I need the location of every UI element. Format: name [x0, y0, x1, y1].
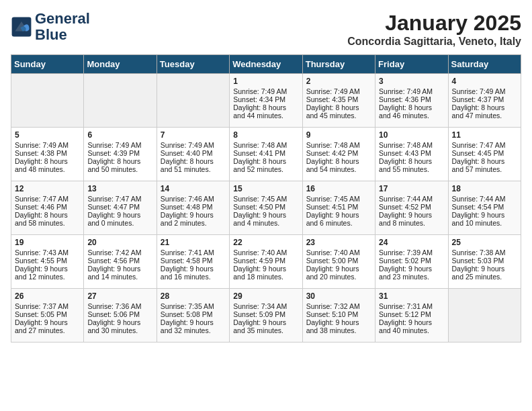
day-number: 7 — [161, 130, 226, 140]
calendar-cell: 25Sunrise: 7:38 AMSunset: 5:03 PMDayligh… — [448, 235, 521, 289]
sunrise-text: Sunrise: 7:40 AM — [233, 248, 298, 257]
sunset-text: Sunset: 4:45 PM — [452, 149, 517, 157]
sunrise-text: Sunrise: 7:47 AM — [15, 195, 80, 203]
daylight-text: Daylight: 9 hours and 40 minutes. — [379, 318, 444, 334]
sunset-text: Sunset: 4:51 PM — [306, 203, 371, 211]
sunset-text: Sunset: 4:48 PM — [161, 203, 226, 211]
sunrise-text: Sunrise: 7:49 AM — [379, 87, 444, 95]
logo-text: General Blue — [35, 11, 90, 43]
sunrise-text: Sunrise: 7:49 AM — [15, 141, 80, 149]
calendar-cell: 4Sunrise: 7:49 AMSunset: 4:37 PMDaylight… — [448, 74, 521, 128]
day-number: 15 — [233, 184, 298, 193]
calendar-cell: 21Sunrise: 7:41 AMSunset: 4:58 PMDayligh… — [157, 235, 229, 289]
day-number: 28 — [161, 291, 226, 301]
sunrise-text: Sunrise: 7:39 AM — [379, 248, 444, 257]
sunrise-text: Sunrise: 7:47 AM — [87, 195, 152, 203]
calendar-cell: 31Sunrise: 7:31 AMSunset: 5:12 PMDayligh… — [375, 289, 448, 342]
day-number: 4 — [452, 77, 517, 86]
daylight-text: Daylight: 9 hours and 16 minutes. — [161, 265, 226, 281]
calendar-cell: 7Sunrise: 7:49 AMSunset: 4:40 PMDaylight… — [157, 128, 229, 181]
calendar-cell: 24Sunrise: 7:39 AMSunset: 5:02 PMDayligh… — [375, 235, 448, 289]
day-number: 30 — [306, 291, 371, 301]
sunset-text: Sunset: 5:09 PM — [233, 310, 298, 318]
sunrise-text: Sunrise: 7:47 AM — [452, 141, 517, 149]
calendar-cell: 17Sunrise: 7:44 AMSunset: 4:52 PMDayligh… — [375, 181, 448, 235]
day-number: 22 — [233, 238, 298, 247]
daylight-text: Daylight: 9 hours and 25 minutes. — [452, 265, 517, 281]
daylight-text: Daylight: 8 hours and 52 minutes. — [233, 157, 298, 173]
header-sunday: Sunday — [11, 55, 84, 74]
day-number: 3 — [379, 77, 444, 86]
sunset-text: Sunset: 4:38 PM — [15, 149, 80, 157]
day-number: 14 — [161, 184, 226, 193]
sunrise-text: Sunrise: 7:49 AM — [87, 141, 152, 149]
calendar-cell: 20Sunrise: 7:42 AMSunset: 4:56 PMDayligh… — [84, 235, 157, 289]
daylight-text: Daylight: 9 hours and 2 minutes. — [161, 211, 226, 227]
page-header: General Blue January 2025 Concordia Sagi… — [11, 11, 521, 48]
calendar-cell: 15Sunrise: 7:45 AMSunset: 4:50 PMDayligh… — [230, 181, 302, 235]
daylight-text: Daylight: 8 hours and 47 minutes. — [452, 103, 517, 120]
daylight-text: Daylight: 8 hours and 45 minutes. — [306, 103, 371, 120]
sunset-text: Sunset: 4:46 PM — [15, 203, 80, 211]
daylight-text: Daylight: 9 hours and 27 minutes. — [15, 318, 80, 334]
calendar-cell: 27Sunrise: 7:36 AMSunset: 5:06 PMDayligh… — [84, 289, 157, 342]
sunrise-text: Sunrise: 7:45 AM — [233, 195, 298, 203]
calendar-cell: 3Sunrise: 7:49 AMSunset: 4:36 PMDaylight… — [375, 74, 448, 128]
sunrise-text: Sunrise: 7:45 AM — [306, 195, 371, 203]
sunset-text: Sunset: 5:05 PM — [15, 310, 80, 318]
sunrise-text: Sunrise: 7:48 AM — [379, 141, 444, 149]
day-number: 17 — [379, 184, 444, 193]
sunset-text: Sunset: 4:42 PM — [306, 149, 371, 157]
header-tuesday: Tuesday — [157, 55, 229, 74]
sunset-text: Sunset: 4:37 PM — [452, 95, 517, 103]
daylight-text: Daylight: 8 hours and 54 minutes. — [306, 157, 371, 173]
sunrise-text: Sunrise: 7:49 AM — [452, 87, 517, 95]
calendar-cell: 2Sunrise: 7:49 AMSunset: 4:35 PMDaylight… — [302, 74, 375, 128]
calendar-cell: 6Sunrise: 7:49 AMSunset: 4:39 PMDaylight… — [84, 128, 157, 181]
calendar-cell — [84, 74, 157, 128]
sunset-text: Sunset: 4:34 PM — [233, 95, 298, 103]
daylight-text: Daylight: 9 hours and 10 minutes. — [452, 211, 517, 227]
daylight-text: Daylight: 8 hours and 50 minutes. — [87, 157, 152, 173]
calendar-cell: 1Sunrise: 7:49 AMSunset: 4:34 PMDaylight… — [230, 74, 302, 128]
day-number: 25 — [452, 238, 517, 247]
sunrise-text: Sunrise: 7:43 AM — [15, 248, 80, 257]
calendar-cell — [11, 74, 84, 128]
calendar-week-row: 5Sunrise: 7:49 AMSunset: 4:38 PMDaylight… — [11, 128, 521, 181]
day-number: 2 — [306, 77, 371, 86]
day-number: 21 — [161, 238, 226, 247]
calendar-cell: 19Sunrise: 7:43 AMSunset: 4:55 PMDayligh… — [11, 235, 84, 289]
header-monday: Monday — [84, 55, 157, 74]
sunrise-text: Sunrise: 7:31 AM — [379, 302, 444, 310]
calendar-cell: 26Sunrise: 7:37 AMSunset: 5:05 PMDayligh… — [11, 289, 84, 342]
day-number: 23 — [306, 238, 371, 247]
calendar-week-row: 1Sunrise: 7:49 AMSunset: 4:34 PMDaylight… — [11, 74, 521, 128]
calendar-cell: 5Sunrise: 7:49 AMSunset: 4:38 PMDaylight… — [11, 128, 84, 181]
calendar-cell — [157, 74, 229, 128]
sunrise-text: Sunrise: 7:34 AM — [233, 302, 298, 310]
daylight-text: Daylight: 9 hours and 14 minutes. — [87, 265, 152, 281]
sunset-text: Sunset: 4:43 PM — [379, 149, 444, 157]
logo: General Blue — [11, 11, 90, 43]
sunset-text: Sunset: 5:08 PM — [161, 310, 226, 318]
sunset-text: Sunset: 5:12 PM — [379, 310, 444, 318]
month-year-title: January 2025 — [347, 11, 521, 36]
sunrise-text: Sunrise: 7:48 AM — [306, 141, 371, 149]
day-number: 26 — [15, 291, 80, 301]
sunset-text: Sunset: 4:50 PM — [233, 203, 298, 211]
sunrise-text: Sunrise: 7:49 AM — [161, 141, 226, 149]
sunrise-text: Sunrise: 7:44 AM — [452, 195, 517, 203]
sunrise-text: Sunrise: 7:35 AM — [161, 302, 226, 310]
sunrise-text: Sunrise: 7:49 AM — [306, 87, 371, 95]
day-number: 29 — [233, 291, 298, 301]
sunrise-text: Sunrise: 7:46 AM — [161, 195, 226, 203]
daylight-text: Daylight: 8 hours and 51 minutes. — [161, 157, 226, 173]
sunrise-text: Sunrise: 7:49 AM — [233, 87, 298, 95]
header-thursday: Thursday — [302, 55, 375, 74]
calendar-cell: 30Sunrise: 7:32 AMSunset: 5:10 PMDayligh… — [302, 289, 375, 342]
header-saturday: Saturday — [448, 55, 521, 74]
sunrise-text: Sunrise: 7:36 AM — [87, 302, 152, 310]
daylight-text: Daylight: 9 hours and 20 minutes. — [306, 265, 371, 281]
sunset-text: Sunset: 4:39 PM — [87, 149, 152, 157]
sunset-text: Sunset: 4:58 PM — [161, 257, 226, 265]
